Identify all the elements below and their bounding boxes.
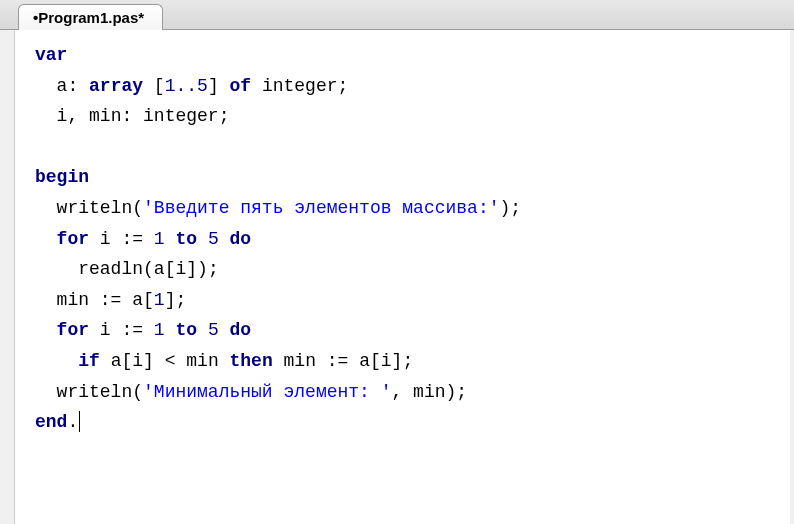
keyword-for: for [57,229,89,249]
keyword-do: do [230,320,252,340]
type-integer: integer [143,106,219,126]
number: 1 [154,229,165,249]
identifier: i [100,320,111,340]
keyword-for: for [57,320,89,340]
identifier: min [57,290,89,310]
identifier: a [132,290,143,310]
type-integer: integer [262,76,338,96]
identifier: i [132,351,143,371]
keyword-if: if [78,351,100,371]
range: 1..5 [165,76,208,96]
identifier: i [381,351,392,371]
identifier: i [57,106,68,126]
identifier: a [154,259,165,279]
number: 1 [154,290,165,310]
keyword-to: to [175,229,197,249]
identifier: min [284,351,316,371]
keyword-end: end [35,412,67,432]
number: 1 [154,320,165,340]
keyword-to: to [175,320,197,340]
keyword-then: then [230,351,273,371]
keyword-begin: begin [35,167,89,187]
code-editor[interactable]: var a: array [1..5] of integer; i, min: … [14,30,790,524]
keyword-array: array [89,76,143,96]
identifier: a [111,351,122,371]
identifier: min [186,351,218,371]
keyword-of: of [229,76,251,96]
identifier: i [175,259,186,279]
keyword-do: do [230,229,252,249]
text-cursor [79,411,80,433]
identifier: min [89,106,121,126]
identifier: min [413,382,445,402]
fn-writeln: writeln [57,382,133,402]
number: 5 [208,320,219,340]
file-tab[interactable]: •Program1.pas* [18,4,163,30]
fn-readln: readln [78,259,143,279]
fn-writeln: writeln [57,198,133,218]
number: 5 [208,229,219,249]
tab-bar: •Program1.pas* [0,0,794,30]
identifier: a [57,76,68,96]
string-literal: 'Введите пять элементов массива:' [143,198,499,218]
keyword-var: var [35,45,67,65]
identifier: i [100,229,111,249]
identifier: a [359,351,370,371]
string-literal: 'Минимальный элемент: ' [143,382,391,402]
file-tab-label: •Program1.pas* [33,9,144,26]
